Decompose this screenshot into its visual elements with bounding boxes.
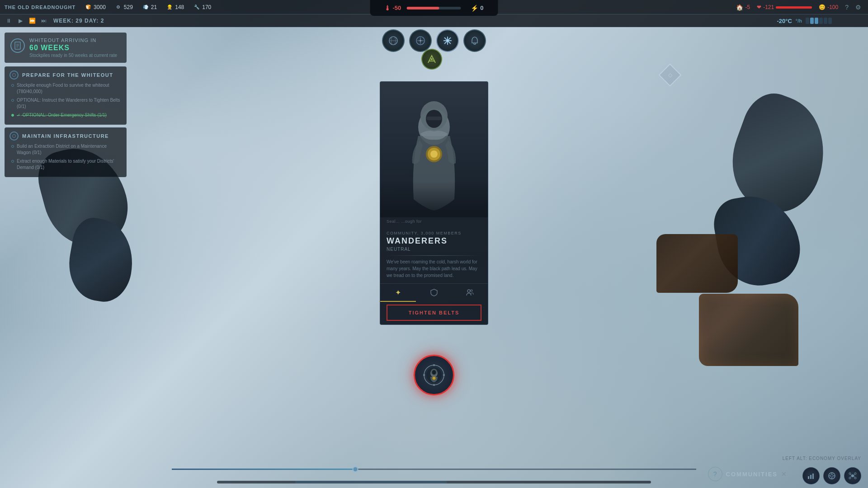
engineers-value: 170 <box>202 4 211 10</box>
heat-icon: 🌡 <box>384 5 391 12</box>
tighten-belts-button[interactable]: TIGHTEN BELTS <box>387 305 481 321</box>
obj-item-tighten: OPTIONAL: Instruct the Wanderers to Tigh… <box>9 97 122 110</box>
obj-infra-title: MAINTAIN INFRASTRUCTURE <box>22 133 109 139</box>
svg-point-34 <box>432 370 436 375</box>
svg-point-37 <box>433 364 435 366</box>
communities-close-icon[interactable]: ✕ <box>781 470 787 478</box>
steam-resource: 💨 21 <box>142 4 157 11</box>
tab-people[interactable] <box>452 284 488 302</box>
bell-icon-btn[interactable] <box>463 29 486 52</box>
top-icons <box>382 29 486 52</box>
community-snippet: Seal... ...ough for <box>380 217 488 225</box>
chart-icon <box>807 472 815 480</box>
tab-star[interactable]: ✦ <box>380 284 416 302</box>
help-btn[interactable]: ? <box>845 4 849 11</box>
obj-item-emergency: ✓ OPTIONAL: Order Emergency Shifts (1/1) <box>9 112 122 118</box>
objective-infrastructure: MAINTAIN INFRASTRUCTURE Build an Extract… <box>5 127 127 177</box>
left-panel: WHITEOUT ARRIVING IN 60 WEEKS Stockpiles… <box>0 28 131 184</box>
material-resource: ⚙ 529 <box>115 4 133 11</box>
obj-item-materials: Extract enough Materials to satisfy your… <box>9 158 122 171</box>
objective-prepare: PREPARE FOR THE WHITEOUT Stockpile enoug… <box>5 66 127 125</box>
temp-tick-6 <box>828 18 832 24</box>
bottom-scrollbar[interactable] <box>217 481 651 483</box>
svg-point-36 <box>433 377 435 380</box>
material-value: 529 <box>124 4 133 10</box>
alert-weeks: 60 WEEKS <box>29 44 121 52</box>
week-day: WEEK: 29 DAY: 2 <box>53 18 104 24</box>
economy-overlay-hint: LEFT ALT: ECONOMY OVERLAY <box>783 456 861 461</box>
happiness-icon: 😊 <box>819 4 826 10</box>
time-bar: ⏸ ▶ ⏩ ⏭ WEEK: 29 DAY: 2 <box>0 14 868 27</box>
food-resource: 🍞 3000 <box>85 4 106 11</box>
settings-btn[interactable]: ⚙ <box>855 4 861 11</box>
communities-icon: ? <box>708 467 722 481</box>
health-stat: ❤ -121 <box>757 4 812 10</box>
svg-line-55 <box>850 474 851 476</box>
tab-shield[interactable] <box>416 284 452 302</box>
temp-tick-1 <box>806 18 809 24</box>
svg-point-50 <box>851 474 854 477</box>
svg-rect-41 <box>808 476 809 479</box>
health-bar <box>776 6 812 9</box>
temp-bar <box>806 18 832 24</box>
center-stats: 🌡 -50 ⚡ 0 <box>370 0 498 16</box>
temp-tick-4 <box>819 18 823 24</box>
snowflake-icon-btn[interactable] <box>436 29 459 52</box>
housing-icon: 🏠 <box>736 4 743 11</box>
happiness-stat: 😊 -100 <box>819 4 838 10</box>
communities-label: COMMUNITIES <box>726 471 778 478</box>
obj-prepare-title: PREPARE FOR THE WHITEOUT <box>22 72 113 78</box>
obj-bullet-food <box>11 84 14 87</box>
map-marker-icon: ◇ <box>668 72 672 78</box>
svg-point-39 <box>423 374 425 376</box>
heat-bar-fill <box>406 7 439 9</box>
temp-suffix: °/h <box>796 18 802 23</box>
network-btn[interactable] <box>844 467 861 484</box>
communities-button[interactable]: ? COMMUNITIES ✕ <box>708 467 787 481</box>
svg-line-57 <box>850 476 851 478</box>
heat-bar <box>406 7 461 9</box>
map-repair-icon-btn[interactable] <box>421 49 442 70</box>
compass-icon-btn[interactable] <box>409 29 432 52</box>
housing-value: -5 <box>745 4 750 10</box>
economy-btn[interactable] <box>802 467 820 484</box>
checkmark-icon: ✓ <box>17 113 20 117</box>
aim-icon <box>828 472 836 480</box>
svg-line-56 <box>854 474 855 476</box>
svg-rect-24 <box>426 117 442 120</box>
map-icon-btn[interactable] <box>382 29 405 52</box>
engineers-icon: 🔧 <box>193 4 200 11</box>
alert-subtitle: Stockpiles ready in 50 weeks at current … <box>29 53 121 58</box>
obj-text-food: Stockpile enough Food to survive the whi… <box>17 82 122 95</box>
wanderer-badge-icon <box>423 364 445 386</box>
community-quote: We've been roaming the cold, harsh world… <box>387 258 481 279</box>
steam-value: 21 <box>151 4 157 10</box>
play-btn[interactable]: ▶ <box>16 17 24 25</box>
food-icon: 🍞 <box>85 4 92 11</box>
obj-item-food: Stockpile enough Food to survive the whi… <box>9 82 122 95</box>
aim-btn[interactable] <box>823 467 840 484</box>
timeline-fill <box>172 469 355 470</box>
alert-content: WHITEOUT ARRIVING IN 60 WEEKS Stockpiles… <box>29 38 121 58</box>
engineers-resource: 🔧 170 <box>193 4 211 11</box>
network-icon <box>849 472 857 480</box>
obj-text-materials: Extract enough Materials to satisfy your… <box>17 158 122 171</box>
temp-value: -20°C <box>777 18 792 24</box>
temp-tick-3 <box>815 18 818 24</box>
map-icon <box>388 36 398 46</box>
obj-circle-infra <box>9 131 19 141</box>
wanderer-icon-btn[interactable] <box>414 355 454 395</box>
bell-icon <box>470 36 480 46</box>
obj-circle-inner2 <box>12 134 16 138</box>
fast-btn[interactable]: ⏩ <box>28 17 36 25</box>
obj-bullet-extraction <box>11 145 14 148</box>
image-gradient <box>380 181 488 217</box>
faster-btn[interactable]: ⏭ <box>40 17 48 25</box>
health-value: -121 <box>763 4 774 10</box>
temp-tick-2 <box>810 18 814 24</box>
pause-btn[interactable]: ⏸ <box>5 17 13 25</box>
obj-bullet-materials <box>11 160 14 163</box>
community-info: COMMUNITY, 3,000 MEMBERS WANDERERS Neutr… <box>380 225 488 324</box>
community-divider <box>387 255 481 256</box>
whiteout-alert: WHITEOUT ARRIVING IN 60 WEEKS Stockpiles… <box>5 33 127 63</box>
